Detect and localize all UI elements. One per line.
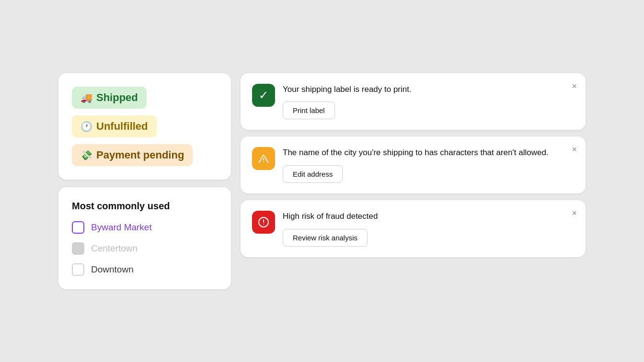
byward-label: Byward Market bbox=[91, 222, 152, 233]
clock-icon: 🕐 bbox=[80, 121, 92, 132]
notification-body-address: The name of the city you're shipping to … bbox=[283, 147, 574, 183]
left-column: 🚚 Shipped 🕐 Unfulfilled 💸 Payment pendin… bbox=[58, 73, 231, 289]
status-badges-card: 🚚 Shipped 🕐 Unfulfilled 💸 Payment pendin… bbox=[58, 73, 231, 180]
svg-rect-2 bbox=[263, 224, 264, 225]
status-badge-unfulfilled: 🕐 Unfulfilled bbox=[72, 115, 157, 137]
notification-body-fraud: High risk of fraud detected Review risk … bbox=[283, 211, 574, 247]
notification-text-fraud: High risk of fraud detected bbox=[283, 211, 574, 222]
checkbox-item-byward[interactable]: Byward Market bbox=[72, 221, 218, 234]
notification-address-warning: The name of the city you're shipping to … bbox=[241, 136, 586, 193]
close-notification-shipping[interactable]: × bbox=[572, 82, 577, 90]
check-icon: ✓ bbox=[252, 84, 275, 107]
commonly-used-title: Most commonly used bbox=[72, 201, 218, 212]
unfulfilled-label: Unfulfilled bbox=[96, 120, 148, 133]
checkbox-byward[interactable] bbox=[72, 221, 84, 234]
payment-icon: 💸 bbox=[80, 149, 92, 161]
print-label-button[interactable]: Print label bbox=[283, 102, 335, 119]
notification-text-address: The name of the city you're shipping to … bbox=[283, 147, 574, 158]
checkbox-downtown[interactable] bbox=[72, 263, 84, 276]
main-layout: 🚚 Shipped 🕐 Unfulfilled 💸 Payment pendin… bbox=[58, 73, 586, 289]
notification-fraud-risk: High risk of fraud detected Review risk … bbox=[241, 200, 586, 257]
centertown-label: Centertown bbox=[91, 243, 138, 254]
alert-icon bbox=[252, 211, 275, 234]
checkbox-list: Byward Market Centertown Downtown bbox=[72, 221, 218, 276]
edit-address-button[interactable]: Edit address bbox=[283, 165, 343, 183]
notification-body-shipping: Your shipping label is ready to print. P… bbox=[283, 84, 574, 120]
notification-text-shipping: Your shipping label is ready to print. bbox=[283, 84, 574, 95]
right-column: ✓ Your shipping label is ready to print.… bbox=[241, 73, 586, 289]
status-badge-shipped: 🚚 Shipped bbox=[72, 87, 147, 109]
commonly-used-card: Most commonly used Byward Market Centert… bbox=[58, 187, 231, 289]
review-risk-analysis-button[interactable]: Review risk analysis bbox=[283, 229, 368, 247]
downtown-label: Downtown bbox=[91, 264, 134, 275]
truck-icon: 🚚 bbox=[80, 92, 92, 103]
checkbox-item-downtown[interactable]: Downtown bbox=[72, 263, 218, 276]
warning-icon bbox=[252, 147, 275, 170]
checkbox-centertown[interactable] bbox=[72, 242, 84, 255]
close-notification-fraud[interactable]: × bbox=[572, 209, 577, 217]
notification-shipping-label: ✓ Your shipping label is ready to print.… bbox=[241, 73, 586, 130]
shipped-label: Shipped bbox=[96, 91, 138, 104]
checkbox-item-centertown[interactable]: Centertown bbox=[72, 242, 218, 255]
status-badge-payment-pending: 💸 Payment pending bbox=[72, 144, 193, 166]
close-notification-address[interactable]: × bbox=[572, 145, 577, 154]
payment-pending-label: Payment pending bbox=[96, 149, 184, 161]
svg-rect-1 bbox=[263, 219, 264, 223]
